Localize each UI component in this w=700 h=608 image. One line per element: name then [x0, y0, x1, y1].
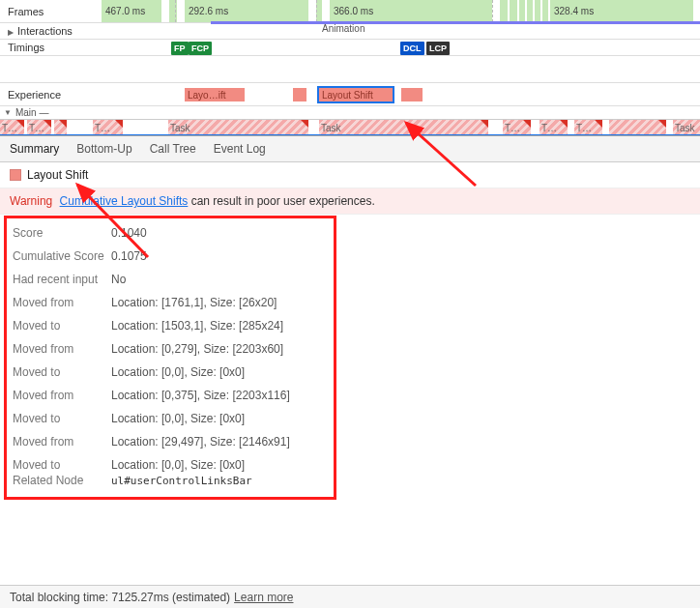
blocking-time-text: Total blocking time: 7125.27ms (estimate…	[10, 591, 230, 604]
timings-lane: Timings FP FCP DCL LCP	[0, 40, 700, 56]
tab-summary[interactable]: Summary	[10, 142, 59, 156]
frame-cell[interactable]	[542, 0, 550, 22]
warning-bar: Warning Cumulative Layout Shifts can res…	[0, 188, 700, 215]
summary-row: Cumulative Score0.1075	[13, 249, 324, 263]
summary-row: Moved toLocation: [0,0], Size: [0x0]	[13, 365, 324, 379]
footer-bar: Total blocking time: 7125.27ms (estimate…	[0, 585, 700, 608]
related-node-code[interactable]: ul#userControlLinksBar	[111, 475, 252, 487]
frame-cell[interactable]	[169, 0, 179, 22]
frame-cell[interactable]	[316, 0, 324, 22]
frame-cell[interactable]: 366.0 ms	[330, 0, 494, 22]
summary-row: Moved fromLocation: [0,279], Size: [2203…	[13, 342, 324, 356]
timings-track[interactable]: FP FCP DCL LCP	[102, 40, 700, 55]
main-thread-header[interactable]: ▼ Main —	[0, 106, 700, 120]
summary-row: Moved toLocation: [0,0], Size: [0x0]	[13, 458, 324, 472]
cls-link[interactable]: Cumulative Layout Shifts	[60, 194, 189, 208]
interactions-label: Interactions	[17, 25, 73, 37]
frame-cell[interactable]	[535, 0, 542, 22]
experience-label: Experience	[0, 89, 102, 101]
timing-badge-fcp[interactable]: FCP	[189, 42, 212, 55]
main-label: Main	[15, 107, 37, 118]
timing-badge-fp[interactable]: FP	[171, 42, 189, 55]
expand-icon[interactable]: ▶	[8, 28, 14, 37]
main-tasks-strip[interactable]: T… T… T… Task Task T… T… T… Task	[0, 120, 700, 136]
spacer	[0, 56, 700, 83]
layout-shift-swatch	[10, 169, 21, 181]
tab-call-tree[interactable]: Call Tree	[150, 142, 196, 156]
related-node-row: Related Node ul#userControlLinksBar	[13, 474, 324, 487]
summary-row: Had recent inputNo	[13, 273, 324, 286]
frame-cell[interactable]: 328.4 ms	[550, 0, 695, 22]
layout-shift-block[interactable]	[293, 88, 306, 101]
frame-cell[interactable]	[519, 0, 527, 22]
summary-row: Moved fromLocation: [1761,1], Size: [26x…	[13, 296, 324, 309]
experience-track[interactable]: Layo…ift Layout Shift	[102, 83, 700, 105]
frame-cell[interactable]	[500, 0, 510, 22]
frame-cell[interactable]	[527, 0, 535, 22]
frame-cell[interactable]: 292.6 ms	[185, 0, 310, 22]
frames-track[interactable]: 467.0 ms 292.6 ms 366.0 ms 328.4 ms	[102, 0, 700, 22]
learn-more-link[interactable]: Learn more	[234, 591, 293, 604]
timings-label: Timings	[0, 42, 102, 53]
summary-title: Layout Shift	[27, 168, 88, 182]
timing-badge-lcp[interactable]: LCP	[426, 42, 450, 55]
summary-row: Score0.1040	[13, 226, 324, 240]
collapse-icon[interactable]: ▼	[4, 108, 12, 117]
details-tabs: Summary Bottom-Up Call Tree Event Log	[0, 136, 700, 162]
summary-details-box: Score0.1040Cumulative Score0.1075Had rec…	[4, 216, 336, 500]
layout-shift-block-selected[interactable]: Layout Shift	[319, 88, 393, 101]
layout-shift-block[interactable]	[401, 88, 423, 101]
summary-row: Moved fromLocation: [0,375], Size: [2203…	[13, 389, 324, 402]
warning-label: Warning	[10, 194, 52, 208]
frame-cell[interactable]	[510, 0, 519, 22]
tab-bottom-up[interactable]: Bottom-Up	[76, 142, 131, 156]
interactions-track[interactable]: Animation	[102, 23, 700, 39]
frames-label: Frames	[0, 6, 102, 17]
frames-lane: Frames 467.0 ms 292.6 ms 366.0 ms 328.4 …	[0, 0, 700, 23]
summary-row: Moved fromLocation: [29,497], Size: [214…	[13, 435, 324, 449]
animation-label: Animation	[322, 23, 365, 34]
summary-row: Moved toLocation: [1503,1], Size: [285x2…	[13, 319, 324, 333]
experience-lane: Experience Layo…ift Layout Shift	[0, 83, 700, 106]
summary-row: Moved toLocation: [0,0], Size: [0x0]	[13, 412, 324, 425]
layout-shift-block[interactable]: Layo…ift	[185, 88, 245, 101]
tab-event-log[interactable]: Event Log	[214, 142, 266, 156]
flamechart-divider	[0, 134, 700, 136]
summary-title-row: Layout Shift	[0, 162, 700, 188]
frame-cell[interactable]: 467.0 ms	[102, 0, 163, 22]
timing-badge-dcl[interactable]: DCL	[400, 42, 424, 55]
interactions-lane: ▶Interactions Animation	[0, 23, 700, 40]
